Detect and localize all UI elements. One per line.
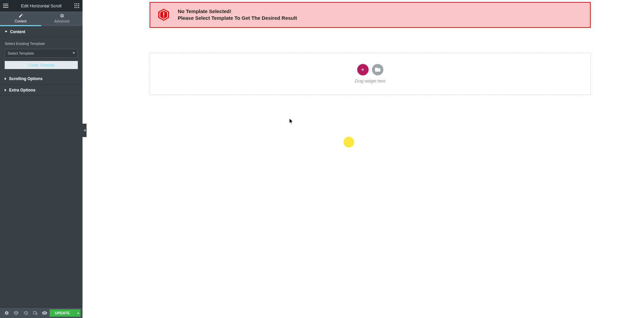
warning-hex-icon — [157, 8, 170, 21]
responsive-icon[interactable] — [31, 308, 40, 318]
settings-icon[interactable] — [2, 308, 11, 318]
template-field-label: Select Existing Template — [5, 42, 78, 46]
folder-icon — [375, 67, 380, 73]
widgets-grid-icon[interactable] — [71, 0, 83, 11]
template-select-wrapper: Select Template — [5, 49, 78, 58]
update-options-caret[interactable] — [75, 309, 80, 317]
history-icon[interactable] — [21, 308, 31, 318]
canvas-inner: No Template Selected! Please Select Temp… — [150, 2, 591, 95]
section-content-body: Select Existing Template Select Template… — [0, 38, 83, 73]
svg-rect-4 — [76, 3, 77, 4]
svg-rect-5 — [78, 3, 79, 4]
caret-right-icon — [5, 89, 6, 91]
section-scrolling-toggle[interactable]: Scrolling Options — [0, 73, 83, 84]
pencil-icon — [18, 13, 23, 19]
gear-icon — [60, 13, 64, 19]
alert-text: No Template Selected! Please Select Temp… — [178, 8, 297, 22]
template-select[interactable]: Select Template — [5, 49, 78, 58]
update-button[interactable]: UPDATE — [50, 309, 75, 317]
section-scrolling-label: Scrolling Options — [9, 76, 43, 81]
caret-down-icon — [5, 31, 7, 33]
update-button-group: UPDATE — [50, 309, 80, 317]
svg-rect-8 — [78, 5, 79, 6]
alert-title: No Template Selected! — [178, 8, 297, 15]
tab-content[interactable]: Content — [0, 11, 41, 26]
svg-rect-0 — [3, 4, 8, 4]
panel-sections: Content Select Existing Template Select … — [0, 26, 83, 307]
tab-advanced-label: Advanced — [54, 19, 69, 23]
cursor-artifact — [289, 119, 293, 124]
no-template-alert: No Template Selected! Please Select Temp… — [150, 2, 591, 28]
preview-canvas[interactable]: No Template Selected! Please Select Temp… — [83, 0, 644, 318]
widget-dropzone[interactable]: Drag widget here — [150, 53, 591, 95]
svg-rect-16 — [163, 16, 164, 17]
svg-rect-7 — [76, 5, 77, 6]
panel-tabs: Content Advanced — [0, 11, 83, 26]
panel-collapse-handle[interactable] — [83, 124, 87, 137]
tab-content-label: Content — [15, 19, 26, 23]
tab-advanced[interactable]: Advanced — [41, 11, 83, 26]
section-content-toggle[interactable]: Content — [0, 26, 83, 38]
editor-panel: Edit Horizontal Scroll Content Advanced … — [0, 0, 83, 318]
svg-rect-15 — [163, 12, 164, 16]
create-template-button[interactable]: Create Template — [5, 61, 78, 69]
svg-rect-11 — [78, 7, 79, 8]
panel-footer: UPDATE — [0, 307, 83, 318]
svg-rect-10 — [76, 7, 77, 8]
svg-rect-6 — [74, 5, 75, 6]
add-section-button[interactable] — [357, 64, 369, 75]
dropzone-actions — [357, 64, 383, 75]
dropzone-hint: Drag widget here — [355, 79, 385, 83]
caret-right-icon — [5, 77, 6, 80]
add-template-button[interactable] — [372, 64, 383, 75]
section-extra-label: Extra Options — [9, 88, 36, 92]
navigator-icon[interactable] — [11, 308, 21, 318]
svg-rect-3 — [74, 3, 75, 4]
section-content-label: Content — [10, 29, 25, 34]
svg-rect-9 — [74, 7, 75, 8]
eye-icon[interactable] — [40, 308, 49, 318]
panel-header: Edit Horizontal Scroll — [0, 0, 83, 11]
click-indicator — [343, 137, 354, 147]
section-extra-toggle[interactable]: Extra Options — [0, 84, 83, 96]
panel-title: Edit Horizontal Scroll — [21, 3, 62, 8]
alert-message: Please Select Template To Get The Desire… — [178, 15, 297, 21]
svg-rect-1 — [3, 5, 8, 6]
svg-rect-2 — [3, 7, 8, 8]
menu-icon[interactable] — [0, 0, 11, 11]
